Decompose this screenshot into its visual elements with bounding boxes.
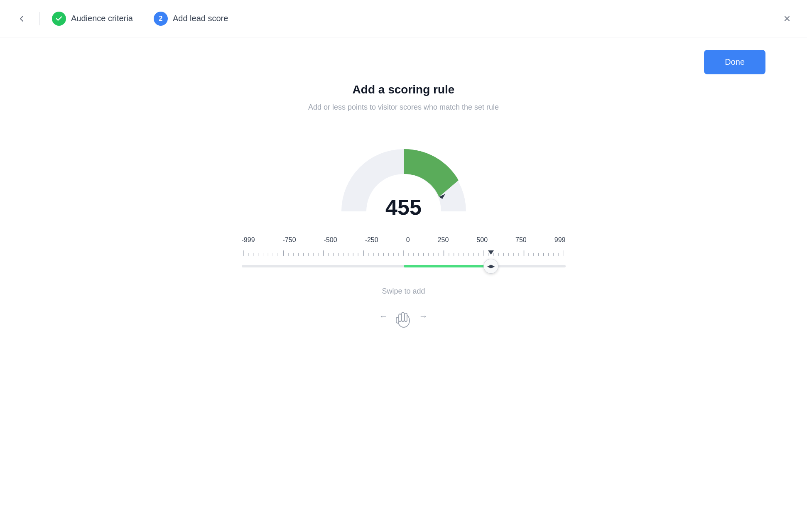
left-arrow-icon: ← <box>379 311 388 322</box>
header-left: Audience criteria 2 Add lead score <box>17 12 228 26</box>
slider-fill <box>404 265 491 267</box>
step2-label: Add lead score <box>173 14 228 23</box>
scale-label-0: -999 <box>242 236 255 244</box>
step1-label: Audience criteria <box>71 14 133 23</box>
slider-track[interactable]: ◀▶ <box>242 265 566 267</box>
gauge-chart: 455 <box>325 132 483 224</box>
slider-track-container[interactable]: ◀▶ <box>242 258 566 275</box>
scale-label-1: -750 <box>283 236 296 244</box>
scale-label-8: 999 <box>554 236 566 244</box>
scale-labels: -999 -750 -500 -250 0 250 500 750 999 <box>242 236 566 244</box>
svg-rect-69 <box>399 314 401 321</box>
step-2: 2 Add lead score <box>154 12 228 26</box>
scale-label-7: 750 <box>515 236 527 244</box>
scale-label-2: -500 <box>324 236 337 244</box>
header-divider <box>39 12 39 25</box>
scale-label-4: 0 <box>406 236 410 244</box>
header: Audience criteria 2 Add lead score × <box>0 0 807 37</box>
right-arrow-icon: → <box>419 311 428 322</box>
step1-badge <box>52 12 66 26</box>
done-button[interactable]: Done <box>704 50 765 74</box>
svg-rect-67 <box>402 312 404 321</box>
main-content: Done Add a scoring rule Add or less poin… <box>0 37 807 329</box>
swipe-icon: ← → <box>379 304 428 329</box>
slider-pointer <box>488 250 494 255</box>
page-subtitle: Add or less points to visitor scores who… <box>308 103 499 112</box>
thumb-arrows-icon: ◀▶ <box>487 263 495 269</box>
tick-svg <box>243 248 564 256</box>
slider-section: -999 -750 -500 -250 0 250 500 750 999 <box>242 236 566 275</box>
tick-marks <box>242 248 566 256</box>
step-1: Audience criteria <box>52 12 133 26</box>
gauge-value: 455 <box>385 195 422 220</box>
scale-label-6: 500 <box>476 236 488 244</box>
svg-rect-70 <box>396 317 399 323</box>
scale-label-5: 250 <box>438 236 449 244</box>
scale-label-3: -250 <box>365 236 378 244</box>
svg-rect-68 <box>405 313 407 321</box>
page-title: Add a scoring rule <box>353 83 455 96</box>
swipe-label: Swipe to add <box>382 287 425 296</box>
back-button[interactable] <box>17 14 27 24</box>
step2-badge: 2 <box>154 12 168 26</box>
close-button[interactable]: × <box>784 13 790 25</box>
slider-thumb[interactable]: ◀▶ <box>483 259 498 274</box>
hand-swipe-icon <box>393 304 414 329</box>
